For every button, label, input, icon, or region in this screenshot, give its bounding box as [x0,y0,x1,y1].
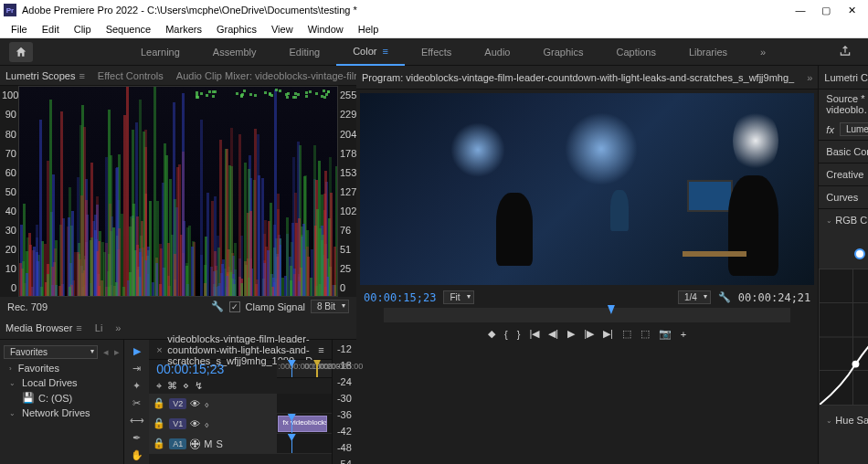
add-marker-button[interactable]: ◆ [488,328,495,340]
lift-button[interactable]: ⬚ [622,328,631,340]
rgb-curves-graph[interactable] [819,269,868,406]
extract-button[interactable]: ⬚ [640,328,650,340]
lumetri-panel: Lumetri Color≡ Source * videoblo… ⌄ vide… [818,66,868,464]
slip-tool[interactable]: ⟷ [129,415,145,427]
section-creative[interactable]: Creative [819,163,868,186]
export-frame-button[interactable]: 📷 [659,328,672,340]
workspace-editing[interactable]: Editing [273,38,337,66]
step-back-button[interactable]: ◀| [548,328,558,340]
workspace-assembly[interactable]: Assembly [196,38,273,66]
tab-lumetri-color[interactable]: Lumetri Color≡ [824,72,868,83]
tab-libraries[interactable]: Li [95,322,103,333]
program-in-timecode[interactable]: 00:00:15;23 [364,291,436,304]
hand-tool[interactable]: ✋ [129,449,145,461]
workspace-color[interactable]: Color≡ [336,38,405,66]
workspace-overflow[interactable]: » [744,38,782,66]
menubar: File Edit Clip Sequence Markers Graphics… [0,20,868,38]
tab-audio-clip-mixer[interactable]: Audio Clip Mixer: videoblocks-vintage-fi… [176,70,356,81]
zoom-dropdown[interactable]: Fit [443,290,473,304]
resolution-dropdown[interactable]: 1/4 [678,290,711,304]
tree-local-drives[interactable]: ⌄Local Drives [9,375,120,390]
menu-view[interactable]: View [264,24,301,35]
menu-markers[interactable]: Markers [158,24,209,35]
minimize-button[interactable]: — [788,5,813,16]
tab-program[interactable]: Program: videoblocks-vintage-film-leader… [362,72,794,83]
menu-graphics[interactable]: Graphics [209,24,264,35]
lumetri-scopes: 1009080706050403020100 25522920417815312… [0,86,356,297]
colorspace-label: Rec. 709 [7,301,48,312]
clamp-signal-label: Clamp Signal [246,301,305,312]
effect-dropdown[interactable]: Lumetri Color [840,122,868,136]
timeline-ruler[interactable]: :00 00:00:15:00 00:00:20:00 00:00:25:00 [277,360,331,378]
menu-edit[interactable]: Edit [35,24,67,35]
track-a1-header[interactable]: 🔒A1🕀MS [149,434,277,453]
home-button[interactable] [9,42,33,62]
back-icon[interactable]: ◂ [103,346,109,358]
menu-window[interactable]: Window [301,24,351,35]
program-scrubber[interactable] [384,308,790,322]
video-clip[interactable]: fx videoblocks-film-crew-on-stage-set-wh… [278,416,326,432]
tab-lumetri-scopes[interactable]: Lumetri Scopes≡ [5,70,85,81]
section-rgb-curves[interactable]: ⌄RGB Curves [819,209,868,231]
mark-in-button[interactable]: { [504,329,508,340]
transport-controls: ◆ { } |◀ ◀| ▶ |▶ ▶| ⬚ ⬚ 📷 + [356,324,818,343]
workspace-effects[interactable]: Effects [405,38,468,66]
window-title: Adobe Premiere Pro 2022 - C:\Users\mcphe… [22,5,788,16]
button-editor[interactable]: + [681,329,686,340]
play-button[interactable]: ▶ [567,328,575,340]
marker-icon[interactable]: ⋄ [183,380,189,392]
wrench-icon[interactable]: 🔧 [211,301,224,312]
linked-selection-icon[interactable]: ⌘ [167,380,177,392]
tab-media-browser[interactable]: Media Browser≡ [5,322,82,333]
tree-c-drive[interactable]: 💾C: (OS) [9,390,120,406]
bit-depth-dropdown[interactable]: 8 Bit [311,300,349,313]
track-v1-body[interactable]: fx videoblocks-film-crew-on-stage-set-wh… [277,414,331,433]
mark-out-button[interactable]: } [517,329,521,340]
forward-icon[interactable]: ▸ [114,346,120,358]
selection-tool[interactable]: ▶ [129,345,145,357]
snap-icon[interactable]: ⌖ [156,380,162,392]
maximize-button[interactable]: ▢ [813,5,839,16]
menu-clip[interactable]: Clip [67,24,99,35]
workspace-libraries[interactable]: Libraries [672,38,744,66]
workspace-captions[interactable]: Captions [599,38,672,66]
out-point[interactable] [316,360,318,377]
section-basic-correction[interactable]: Basic Correction [819,141,868,163]
track-v1-header[interactable]: 🔒V1👁⬨ [149,414,277,433]
luma-curve-button[interactable] [854,248,865,259]
tab-effect-controls[interactable]: Effect Controls [98,70,164,81]
tab-overflow-mb[interactable]: » [115,322,121,333]
menu-file[interactable]: File [4,24,35,35]
menu-sequence[interactable]: Sequence [99,24,159,35]
ripple-edit-tool[interactable]: ✦ [129,380,145,392]
close-button[interactable]: ✕ [839,5,864,16]
tree-favorites[interactable]: ›Favorites [9,361,120,375]
menu-help[interactable]: Help [351,24,386,35]
workspace-graphics[interactable]: Graphics [526,38,599,66]
scope-left-axis: 1009080706050403020100 [0,86,18,297]
pen-tool[interactable]: ✒ [129,432,145,444]
workspace-learning[interactable]: Learning [124,38,196,66]
titlebar: Pr Adobe Premiere Pro 2022 - C:\Users\mc… [0,0,868,20]
step-forward-button[interactable]: |▶ [584,328,594,340]
favorites-dropdown[interactable]: Favorites [4,345,98,359]
tree-network-drives[interactable]: ⌄Network Drives [9,406,120,420]
settings-icon[interactable]: ↯ [195,380,203,392]
section-curves[interactable]: Curves [819,186,868,209]
timeline-timecode[interactable]: 00:00:15;23 [149,360,277,378]
workspace-audio[interactable]: Audio [468,38,526,66]
share-button[interactable] [831,45,859,59]
section-hue-saturation[interactable]: ⌄Hue Saturation Curves [819,409,868,431]
go-to-out-button[interactable]: ▶| [603,328,613,340]
clamp-signal-checkbox[interactable] [229,301,240,312]
razor-tool[interactable]: ✂ [129,397,145,409]
track-v2-header[interactable]: 🔒V2👁⬨ [149,394,277,413]
go-to-in-button[interactable]: |◀ [529,328,539,340]
program-monitor[interactable] [360,93,814,285]
tool-palette: ▶ ⇥ ✦ ✂ ⟷ ✒ ✋ T [124,340,149,464]
settings-wrench-icon[interactable]: 🔧 [718,291,731,303]
tab-program-overflow[interactable]: » [807,72,812,83]
scope-right-axis: 2552292041781531271027651250 [338,86,356,297]
playhead[interactable] [291,360,292,377]
track-select-tool[interactable]: ⇥ [129,363,145,374]
